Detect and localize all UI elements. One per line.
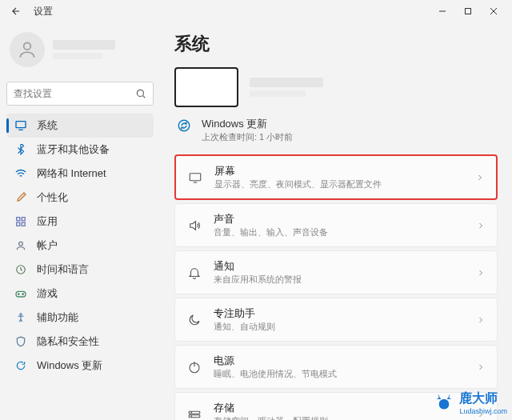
svg-rect-9 [17, 218, 20, 221]
svg-point-4 [24, 42, 31, 50]
sidebar-item-label: 帐户 [37, 238, 58, 253]
maximize-icon [464, 7, 472, 15]
svg-rect-19 [190, 173, 201, 180]
close-button[interactable] [482, 2, 506, 21]
sidebar-item-time-language[interactable]: 时间和语言 [6, 258, 154, 282]
user-email-redacted [53, 53, 102, 59]
back-arrow-icon [10, 6, 22, 17]
deer-logo-icon [432, 391, 456, 415]
tile-title: 存储 [214, 401, 465, 415]
tile-subtitle: 显示器、亮度、夜间模式、显示器配置文件 [214, 178, 464, 190]
device-model-redacted [250, 90, 306, 97]
minimize-button[interactable] [430, 2, 454, 21]
sidebar-item-label: 时间和语言 [37, 262, 89, 277]
storage-icon [186, 406, 202, 421]
update-title: Windows 更新 [202, 117, 293, 131]
gaming-icon [14, 287, 27, 300]
tile-display[interactable]: 屏幕 显示器、亮度、夜间模式、显示器配置文件 [174, 154, 498, 200]
sidebar-item-label: Windows 更新 [37, 358, 102, 373]
device-header [174, 67, 498, 107]
settings-tiles: 屏幕 显示器、亮度、夜间模式、显示器配置文件 声音 音量、输出、输入、声音设备 … [174, 154, 498, 420]
svg-point-16 [22, 294, 23, 294]
main-panel: 系统 Windows 更新 上次检查时间: 1 小时前 屏幕 [160, 22, 512, 420]
search-input[interactable] [14, 88, 135, 99]
user-name-redacted [53, 40, 115, 50]
update-subtitle: 上次检查时间: 1 小时前 [202, 131, 293, 143]
svg-rect-24 [189, 414, 200, 417]
sidebar-item-label: 应用 [37, 214, 58, 229]
sidebar-item-network[interactable]: 网络和 Internet [6, 162, 154, 186]
avatar [10, 32, 45, 67]
sidebar-item-windows-update[interactable]: Windows 更新 [6, 354, 154, 378]
paintbrush-icon [14, 191, 27, 204]
moon-icon [186, 312, 202, 328]
accounts-icon [14, 239, 27, 252]
bell-icon [186, 265, 202, 281]
tile-subtitle: 音量、输出、输入、声音设备 [214, 226, 465, 238]
sidebar-item-label: 辅助功能 [37, 310, 78, 325]
svg-rect-1 [466, 9, 471, 14]
apps-icon [14, 215, 27, 228]
chevron-right-icon [476, 268, 486, 278]
shield-icon [14, 335, 27, 348]
minimize-icon [438, 7, 446, 15]
user-info [53, 40, 150, 59]
watermark: 鹿大师 Ludashiwj.com [432, 390, 507, 415]
svg-rect-10 [22, 218, 25, 221]
sidebar-item-label: 网络和 Internet [37, 166, 106, 181]
svg-rect-23 [189, 411, 200, 414]
sound-icon [186, 218, 202, 234]
back-button[interactable] [6, 2, 26, 21]
device-name-redacted [250, 78, 323, 87]
update-icon [14, 359, 27, 372]
svg-point-18 [178, 120, 190, 131]
svg-rect-11 [17, 222, 20, 226]
window-controls [430, 2, 506, 21]
svg-point-26 [191, 415, 192, 416]
search-box[interactable] [6, 82, 154, 106]
svg-rect-15 [16, 291, 26, 297]
sidebar-item-gaming[interactable]: 游戏 [6, 282, 154, 306]
windows-update-status[interactable]: Windows 更新 上次检查时间: 1 小时前 [174, 117, 498, 143]
tile-power[interactable]: 电源 睡眠、电池使用情况、节电模式 [174, 345, 498, 389]
clock-icon [14, 263, 27, 276]
power-icon [186, 359, 202, 375]
tile-subtitle: 睡眠、电池使用情况、节电模式 [214, 368, 465, 380]
system-icon [14, 119, 27, 132]
sidebar-item-accessibility[interactable]: 辅助功能 [6, 306, 154, 330]
svg-line-6 [143, 96, 146, 98]
monitor-preview[interactable] [174, 67, 238, 107]
sidebar-item-system[interactable]: 系统 [6, 114, 154, 138]
close-icon [490, 7, 498, 15]
window-title: 设置 [34, 5, 53, 18]
sidebar-item-accounts[interactable]: 帐户 [6, 234, 154, 258]
sidebar-item-apps[interactable]: 应用 [6, 210, 154, 234]
sidebar: 系统 蓝牙和其他设备 网络和 Internet 个性化 应用 帐户 [0, 22, 160, 420]
tile-subtitle: 存储空间、驱动器、配置规则 [214, 415, 465, 420]
person-icon [17, 39, 38, 60]
tile-notifications[interactable]: 通知 来自应用和系统的警报 [174, 250, 498, 294]
sidebar-item-privacy[interactable]: 隐私和安全性 [6, 330, 154, 354]
user-profile[interactable] [6, 26, 154, 74]
tile-title: 电源 [214, 354, 465, 368]
svg-rect-12 [22, 222, 25, 226]
sidebar-item-label: 系统 [37, 118, 58, 133]
chevron-right-icon [476, 315, 486, 325]
sync-icon [176, 118, 192, 134]
maximize-button[interactable] [456, 2, 480, 21]
tile-title: 声音 [214, 212, 465, 226]
tile-sound[interactable]: 声音 音量、输出、输入、声音设备 [174, 203, 498, 247]
sidebar-item-label: 隐私和安全性 [37, 334, 99, 349]
chevron-right-icon [475, 173, 485, 182]
nav-list: 系统 蓝牙和其他设备 网络和 Internet 个性化 应用 帐户 [6, 114, 154, 378]
tile-subtitle: 通知、自动规则 [214, 321, 465, 333]
watermark-url: Ludashiwj.com [459, 407, 507, 415]
sidebar-item-label: 蓝牙和其他设备 [37, 142, 110, 157]
tile-subtitle: 来自应用和系统的警报 [214, 274, 465, 286]
sidebar-item-bluetooth[interactable]: 蓝牙和其他设备 [6, 138, 154, 162]
tile-title: 屏幕 [214, 164, 464, 178]
title-bar: 设置 [0, 0, 512, 22]
page-title: 系统 [174, 32, 498, 56]
sidebar-item-personalization[interactable]: 个性化 [6, 186, 154, 210]
tile-focus-assist[interactable]: 专注助手 通知、自动规则 [174, 298, 498, 342]
